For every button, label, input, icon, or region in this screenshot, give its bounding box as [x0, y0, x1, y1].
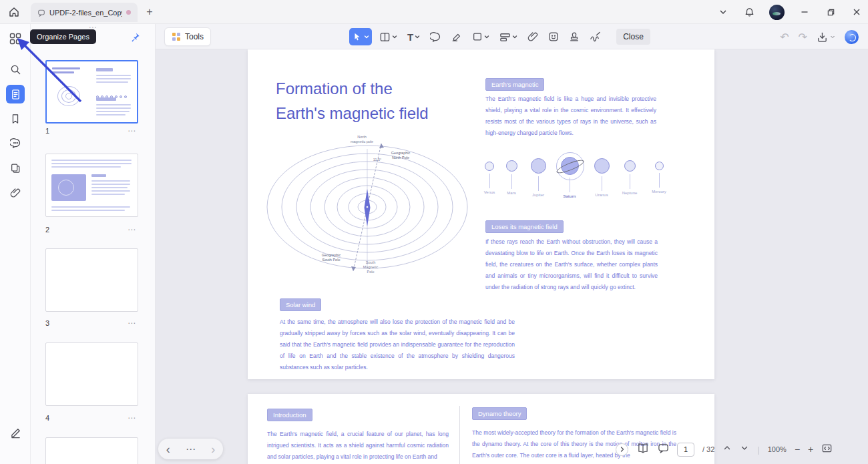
thumbnail-1-row: 1 ⋯ — [45, 126, 138, 136]
stamp-tool[interactable] — [566, 28, 582, 45]
document-viewport: Formation of the Earth's magnetic field … — [156, 49, 868, 464]
mini-badge — [96, 97, 116, 101]
select-tool[interactable] — [349, 28, 372, 45]
notifications-bell-icon[interactable] — [743, 6, 755, 18]
paragraph-earths-magnetic: The Earth's magnetic field is like a hug… — [485, 93, 656, 139]
mini-title-bar — [52, 67, 80, 69]
zoom-level-label: 100% — [768, 445, 787, 453]
tab-title: UPDF-2-files_en_Copy — [49, 9, 122, 17]
pin-panel-icon[interactable] — [130, 32, 140, 45]
redo-icon[interactable]: ↷ — [799, 31, 807, 43]
titlebar: UPDF-2-files_en_Copy + — [0, 0, 868, 24]
page-thumbnail-1[interactable] — [45, 60, 138, 124]
page-title: Formation of the Earth's magnetic field — [276, 76, 444, 126]
text-tool[interactable]: T — [405, 28, 423, 45]
main-toolbar: Tools T — [156, 24, 868, 49]
page-thumbnails-icon[interactable] — [6, 85, 25, 103]
tools-button[interactable]: Tools — [164, 27, 211, 46]
next-chevron-icon[interactable]: › — [211, 443, 215, 455]
page-number-input[interactable] — [677, 443, 694, 457]
chevron-down-icon[interactable] — [717, 6, 729, 18]
page-layout-icon[interactable] — [636, 443, 650, 457]
ai-assistant-icon[interactable] — [845, 30, 859, 44]
close-tools-button[interactable]: Close — [616, 29, 650, 45]
mini-diagram — [65, 93, 72, 99]
section-badge-solar-wind: Solar wind — [280, 298, 321, 311]
thumbnail-2-row: 2 ⋯ — [45, 224, 138, 235]
pdf-page-1: Formation of the Earth's magnetic field … — [248, 49, 714, 379]
thumbnail-panel: ⋯ 1 ⋯ — [31, 24, 156, 464]
magnetic-field-diagram — [264, 140, 471, 280]
paragraph-solar-wind: At the same time, the atmosphere will al… — [280, 316, 515, 373]
label-geographic-north-pole: Geographic North Pole — [381, 151, 420, 160]
thumbnail-3-row: 3 ⋯ — [45, 318, 138, 328]
label-geographic-south-pole: Geographic South Pole — [312, 253, 351, 262]
mini-badge — [91, 174, 106, 177]
save-button[interactable] — [817, 31, 835, 43]
form-field-tool[interactable] — [497, 28, 520, 45]
shape-tool[interactable] — [469, 28, 492, 45]
page-total-label: / 32 — [702, 445, 714, 453]
organize-pages-tooltip: Organize Pages — [30, 29, 96, 44]
more-icon[interactable]: ⋯ — [186, 444, 196, 454]
comment-tool[interactable] — [427, 28, 444, 45]
bookmarks-icon[interactable] — [6, 109, 25, 128]
more-icon[interactable]: ⋯ — [125, 126, 138, 136]
paragraph-introduction: The Earth's magnetic field, a crucial fe… — [267, 429, 449, 463]
more-icon[interactable]: ⋯ — [125, 413, 138, 423]
mini-badge — [96, 68, 113, 71]
undo-icon[interactable]: ↶ — [780, 31, 789, 43]
thumbnail-nav-pill: ‹ ⋯ › — [158, 439, 223, 459]
fit-page-icon[interactable] — [821, 443, 833, 457]
page-thumbnail-5[interactable] — [45, 437, 138, 464]
section-badge-earths-magnetic: Earth's magnetic — [485, 78, 544, 91]
planet-neptune: Neptune — [614, 156, 646, 195]
zoom-in-icon[interactable]: + — [808, 444, 813, 455]
paragraph-loses-magnetic-field: If these rays reach the Earth without ob… — [485, 236, 658, 293]
section-badge-dynamo-theory: Dynamo theory — [472, 407, 527, 420]
status-controls: / 32 | 100% − + — [616, 439, 833, 459]
page-thumbnail-4[interactable] — [45, 342, 138, 406]
view-mode-tool[interactable] — [377, 28, 400, 45]
tool-group: T — [349, 27, 650, 46]
attach-file-tool[interactable] — [525, 28, 541, 45]
next-page-icon[interactable] — [740, 443, 749, 455]
minimize-button[interactable] — [799, 6, 811, 18]
zoom-out-icon[interactable]: − — [795, 444, 800, 455]
close-window-button[interactable] — [851, 6, 863, 18]
previous-page-icon[interactable] — [722, 443, 732, 455]
unsaved-dot-icon — [126, 10, 131, 15]
sticker-tool[interactable] — [546, 28, 562, 45]
left-sidebar-rail — [0, 24, 31, 464]
planet-uranus: Uranus — [586, 156, 618, 197]
page-thumbnail-2[interactable] — [45, 154, 138, 217]
organize-pages-icon[interactable] — [6, 29, 25, 48]
mini-title-bar — [52, 71, 74, 73]
pages-copy-icon[interactable] — [6, 159, 25, 178]
restore-window-button[interactable] — [825, 6, 837, 18]
page-number-label: 1 — [45, 127, 49, 135]
new-tab-button[interactable]: + — [143, 5, 156, 19]
highlighter-tool[interactable] — [449, 28, 465, 45]
page-number-label: 4 — [45, 414, 49, 422]
more-icon[interactable]: ⋯ — [125, 225, 138, 234]
home-icon[interactable] — [8, 6, 20, 18]
page-thumbnail-3[interactable] — [45, 248, 138, 312]
planet-mercury: Mercury — [643, 156, 675, 194]
expand-panel-icon[interactable] — [616, 443, 628, 456]
user-avatar[interactable] — [769, 5, 785, 20]
prev-chevron-icon[interactable]: ‹ — [166, 443, 170, 455]
comment-panel-icon[interactable] — [658, 443, 669, 457]
text-tool-glyph: T — [407, 31, 413, 43]
document-tab[interactable]: UPDF-2-files_en_Copy — [31, 3, 138, 22]
comments-icon[interactable] — [6, 134, 25, 152]
page-number-label: 2 — [45, 226, 49, 234]
app-window: UPDF-2-files_en_Copy + — [0, 0, 868, 464]
sign-pen-icon[interactable] — [6, 423, 25, 442]
attachments-paperclip-icon[interactable] — [6, 184, 25, 202]
search-icon[interactable] — [6, 60, 25, 79]
more-icon[interactable]: ⋯ — [125, 318, 138, 328]
tab-doc-icon — [37, 9, 45, 17]
signature-tool[interactable] — [587, 28, 604, 45]
section-badge-loses-magnetic-field: Loses its magnetic field — [485, 220, 564, 233]
